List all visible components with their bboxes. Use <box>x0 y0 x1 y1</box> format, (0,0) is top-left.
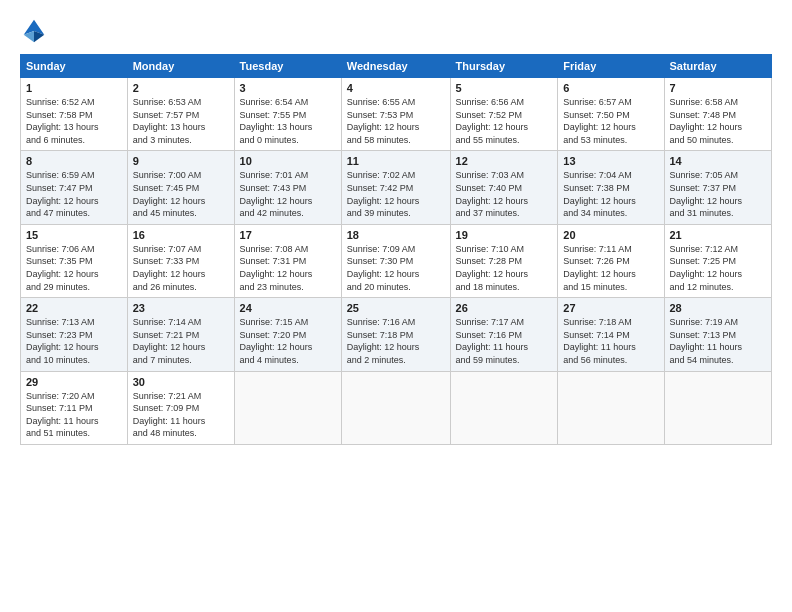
day-info: Sunrise: 7:19 AM Sunset: 7:13 PM Dayligh… <box>670 316 767 366</box>
calendar-cell: 21Sunrise: 7:12 AM Sunset: 7:25 PM Dayli… <box>664 224 772 297</box>
day-info: Sunrise: 6:59 AM Sunset: 7:47 PM Dayligh… <box>26 169 122 219</box>
calendar-cell: 11Sunrise: 7:02 AM Sunset: 7:42 PM Dayli… <box>341 151 450 224</box>
calendar-cell <box>234 371 341 444</box>
calendar-cell: 28Sunrise: 7:19 AM Sunset: 7:13 PM Dayli… <box>664 298 772 371</box>
weekday-header: Monday <box>127 55 234 78</box>
day-info: Sunrise: 7:13 AM Sunset: 7:23 PM Dayligh… <box>26 316 122 366</box>
day-info: Sunrise: 7:01 AM Sunset: 7:43 PM Dayligh… <box>240 169 336 219</box>
calendar-cell: 6Sunrise: 6:57 AM Sunset: 7:50 PM Daylig… <box>558 78 664 151</box>
calendar-cell: 27Sunrise: 7:18 AM Sunset: 7:14 PM Dayli… <box>558 298 664 371</box>
day-number: 29 <box>26 376 122 388</box>
calendar-cell: 3Sunrise: 6:54 AM Sunset: 7:55 PM Daylig… <box>234 78 341 151</box>
calendar-cell: 29Sunrise: 7:20 AM Sunset: 7:11 PM Dayli… <box>21 371 128 444</box>
day-info: Sunrise: 7:11 AM Sunset: 7:26 PM Dayligh… <box>563 243 658 293</box>
day-info: Sunrise: 7:15 AM Sunset: 7:20 PM Dayligh… <box>240 316 336 366</box>
logo <box>20 16 52 44</box>
calendar-cell <box>664 371 772 444</box>
day-number: 18 <box>347 229 445 241</box>
day-number: 6 <box>563 82 658 94</box>
day-info: Sunrise: 7:17 AM Sunset: 7:16 PM Dayligh… <box>456 316 553 366</box>
day-info: Sunrise: 7:02 AM Sunset: 7:42 PM Dayligh… <box>347 169 445 219</box>
day-number: 30 <box>133 376 229 388</box>
day-info: Sunrise: 6:52 AM Sunset: 7:58 PM Dayligh… <box>26 96 122 146</box>
day-number: 12 <box>456 155 553 167</box>
weekday-header: Wednesday <box>341 55 450 78</box>
calendar-cell: 10Sunrise: 7:01 AM Sunset: 7:43 PM Dayli… <box>234 151 341 224</box>
day-number: 28 <box>670 302 767 314</box>
day-number: 4 <box>347 82 445 94</box>
day-number: 3 <box>240 82 336 94</box>
calendar-cell: 9Sunrise: 7:00 AM Sunset: 7:45 PM Daylig… <box>127 151 234 224</box>
calendar-cell: 1Sunrise: 6:52 AM Sunset: 7:58 PM Daylig… <box>21 78 128 151</box>
calendar-cell: 13Sunrise: 7:04 AM Sunset: 7:38 PM Dayli… <box>558 151 664 224</box>
calendar-cell: 5Sunrise: 6:56 AM Sunset: 7:52 PM Daylig… <box>450 78 558 151</box>
calendar-cell: 16Sunrise: 7:07 AM Sunset: 7:33 PM Dayli… <box>127 224 234 297</box>
day-info: Sunrise: 7:04 AM Sunset: 7:38 PM Dayligh… <box>563 169 658 219</box>
day-number: 22 <box>26 302 122 314</box>
day-number: 19 <box>456 229 553 241</box>
day-info: Sunrise: 7:00 AM Sunset: 7:45 PM Dayligh… <box>133 169 229 219</box>
calendar-cell <box>450 371 558 444</box>
calendar-cell: 19Sunrise: 7:10 AM Sunset: 7:28 PM Dayli… <box>450 224 558 297</box>
day-number: 10 <box>240 155 336 167</box>
day-number: 20 <box>563 229 658 241</box>
day-info: Sunrise: 7:08 AM Sunset: 7:31 PM Dayligh… <box>240 243 336 293</box>
day-number: 9 <box>133 155 229 167</box>
day-info: Sunrise: 7:16 AM Sunset: 7:18 PM Dayligh… <box>347 316 445 366</box>
day-info: Sunrise: 7:12 AM Sunset: 7:25 PM Dayligh… <box>670 243 767 293</box>
calendar-cell: 4Sunrise: 6:55 AM Sunset: 7:53 PM Daylig… <box>341 78 450 151</box>
day-number: 24 <box>240 302 336 314</box>
day-number: 2 <box>133 82 229 94</box>
day-number: 25 <box>347 302 445 314</box>
day-info: Sunrise: 6:54 AM Sunset: 7:55 PM Dayligh… <box>240 96 336 146</box>
day-info: Sunrise: 6:57 AM Sunset: 7:50 PM Dayligh… <box>563 96 658 146</box>
weekday-header: Saturday <box>664 55 772 78</box>
day-number: 7 <box>670 82 767 94</box>
weekday-header: Sunday <box>21 55 128 78</box>
day-number: 11 <box>347 155 445 167</box>
day-number: 17 <box>240 229 336 241</box>
day-info: Sunrise: 6:53 AM Sunset: 7:57 PM Dayligh… <box>133 96 229 146</box>
day-info: Sunrise: 7:10 AM Sunset: 7:28 PM Dayligh… <box>456 243 553 293</box>
calendar-cell: 8Sunrise: 6:59 AM Sunset: 7:47 PM Daylig… <box>21 151 128 224</box>
calendar-cell: 14Sunrise: 7:05 AM Sunset: 7:37 PM Dayli… <box>664 151 772 224</box>
day-number: 23 <box>133 302 229 314</box>
day-number: 14 <box>670 155 767 167</box>
day-number: 21 <box>670 229 767 241</box>
day-info: Sunrise: 7:14 AM Sunset: 7:21 PM Dayligh… <box>133 316 229 366</box>
day-number: 1 <box>26 82 122 94</box>
day-number: 13 <box>563 155 658 167</box>
day-number: 8 <box>26 155 122 167</box>
day-number: 5 <box>456 82 553 94</box>
logo-icon <box>20 16 48 44</box>
calendar-cell: 25Sunrise: 7:16 AM Sunset: 7:18 PM Dayli… <box>341 298 450 371</box>
day-info: Sunrise: 7:20 AM Sunset: 7:11 PM Dayligh… <box>26 390 122 440</box>
day-info: Sunrise: 6:58 AM Sunset: 7:48 PM Dayligh… <box>670 96 767 146</box>
calendar-cell: 26Sunrise: 7:17 AM Sunset: 7:16 PM Dayli… <box>450 298 558 371</box>
day-number: 15 <box>26 229 122 241</box>
weekday-header: Friday <box>558 55 664 78</box>
day-info: Sunrise: 7:05 AM Sunset: 7:37 PM Dayligh… <box>670 169 767 219</box>
calendar-cell <box>341 371 450 444</box>
day-info: Sunrise: 7:21 AM Sunset: 7:09 PM Dayligh… <box>133 390 229 440</box>
calendar-cell: 18Sunrise: 7:09 AM Sunset: 7:30 PM Dayli… <box>341 224 450 297</box>
calendar-cell: 15Sunrise: 7:06 AM Sunset: 7:35 PM Dayli… <box>21 224 128 297</box>
calendar-cell: 12Sunrise: 7:03 AM Sunset: 7:40 PM Dayli… <box>450 151 558 224</box>
calendar-cell <box>558 371 664 444</box>
calendar-cell: 17Sunrise: 7:08 AM Sunset: 7:31 PM Dayli… <box>234 224 341 297</box>
day-number: 27 <box>563 302 658 314</box>
day-info: Sunrise: 6:56 AM Sunset: 7:52 PM Dayligh… <box>456 96 553 146</box>
calendar-cell: 30Sunrise: 7:21 AM Sunset: 7:09 PM Dayli… <box>127 371 234 444</box>
calendar-cell: 2Sunrise: 6:53 AM Sunset: 7:57 PM Daylig… <box>127 78 234 151</box>
calendar-cell: 7Sunrise: 6:58 AM Sunset: 7:48 PM Daylig… <box>664 78 772 151</box>
calendar: SundayMondayTuesdayWednesdayThursdayFrid… <box>20 54 772 445</box>
day-info: Sunrise: 7:03 AM Sunset: 7:40 PM Dayligh… <box>456 169 553 219</box>
calendar-cell: 24Sunrise: 7:15 AM Sunset: 7:20 PM Dayli… <box>234 298 341 371</box>
day-info: Sunrise: 7:07 AM Sunset: 7:33 PM Dayligh… <box>133 243 229 293</box>
day-number: 16 <box>133 229 229 241</box>
page: SundayMondayTuesdayWednesdayThursdayFrid… <box>0 0 792 612</box>
calendar-cell: 20Sunrise: 7:11 AM Sunset: 7:26 PM Dayli… <box>558 224 664 297</box>
day-number: 26 <box>456 302 553 314</box>
calendar-cell: 22Sunrise: 7:13 AM Sunset: 7:23 PM Dayli… <box>21 298 128 371</box>
calendar-cell: 23Sunrise: 7:14 AM Sunset: 7:21 PM Dayli… <box>127 298 234 371</box>
